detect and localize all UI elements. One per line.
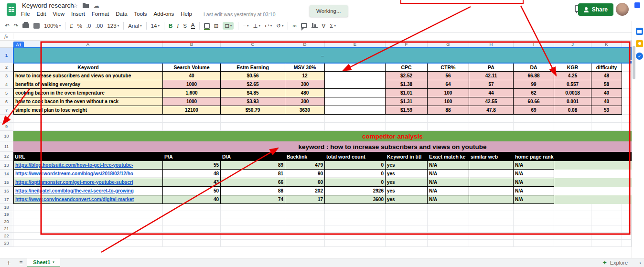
- cell[interactable]: [386, 218, 428, 225]
- cell[interactable]: [622, 218, 632, 225]
- cell[interactable]: [285, 204, 325, 211]
- cell[interactable]: [469, 218, 514, 225]
- cell[interactable]: 89: [221, 161, 285, 170]
- functions-icon[interactable]: Σ▾: [330, 23, 336, 29]
- cell[interactable]: [325, 240, 386, 246]
- menu-edit[interactable]: Edit: [37, 11, 46, 17]
- cell[interactable]: [285, 211, 325, 218]
- cell[interactable]: [591, 233, 622, 239]
- cell[interactable]: 57: [469, 80, 514, 89]
- font-size-select[interactable]: 14▾: [151, 23, 160, 29]
- cell[interactable]: [622, 106, 632, 115]
- menu-addons[interactable]: Add-ons: [153, 11, 174, 17]
- row-header-20[interactable]: 20: [0, 218, 13, 225]
- column-header-A[interactable]: A: [13, 41, 163, 48]
- cell[interactable]: [163, 233, 221, 239]
- cell[interactable]: [514, 218, 554, 225]
- cell[interactable]: [285, 218, 325, 225]
- cell[interactable]: [386, 240, 428, 246]
- cell[interactable]: [554, 204, 591, 211]
- cell[interactable]: [13, 123, 163, 130]
- header-cell[interactable]: KGR: [554, 63, 591, 72]
- menu-file[interactable]: File: [21, 11, 30, 17]
- link-cell[interactable]: https://optinmonster.com/get-more-youtub…: [13, 178, 163, 187]
- insert-chart-icon[interactable]: [311, 23, 318, 28]
- cell[interactable]: [221, 123, 285, 130]
- cell[interactable]: 0.557: [554, 80, 591, 89]
- cell[interactable]: 100: [428, 97, 469, 106]
- cell[interactable]: [428, 123, 469, 130]
- cell[interactable]: [622, 97, 632, 106]
- column-header-G[interactable]: G: [428, 41, 469, 48]
- cell[interactable]: yes: [386, 170, 428, 178]
- cell[interactable]: 12: [285, 72, 325, 80]
- cell[interactable]: 88: [221, 187, 285, 195]
- cell[interactable]: [221, 211, 285, 218]
- bold-icon[interactable]: B: [169, 23, 172, 29]
- cell[interactable]: [622, 123, 632, 130]
- cell[interactable]: 3600: [325, 195, 386, 204]
- cell[interactable]: [591, 115, 622, 122]
- cell[interactable]: [221, 225, 285, 232]
- cell[interactable]: [325, 97, 386, 106]
- cell[interactable]: [285, 225, 325, 232]
- cell[interactable]: [325, 233, 386, 239]
- cloud-status-icon[interactable]: ☁: [94, 2, 99, 9]
- header-cell[interactable]: CPC: [386, 63, 428, 72]
- row-header-12[interactable]: 12: [0, 152, 13, 161]
- text-rotation-icon[interactable]: ↺▾: [276, 22, 283, 29]
- column-header-F[interactable]: F: [386, 41, 428, 48]
- cell[interactable]: [428, 204, 469, 211]
- add-sheet-icon[interactable]: +: [0, 259, 14, 267]
- header-cell[interactable]: total word count: [325, 152, 386, 161]
- header-cell[interactable]: Search Volume: [163, 63, 221, 72]
- cell[interactable]: [622, 204, 632, 211]
- cell[interactable]: N/A: [514, 187, 554, 195]
- cell[interactable]: [285, 115, 325, 122]
- header-cell[interactable]: [325, 63, 386, 72]
- row-header-10[interactable]: 10: [0, 131, 13, 141]
- cell[interactable]: [554, 187, 632, 195]
- cell[interactable]: 42.55: [469, 97, 514, 106]
- row-header-14[interactable]: 14: [0, 170, 13, 178]
- cell[interactable]: [386, 233, 428, 239]
- header-cell[interactable]: difficulty: [591, 63, 622, 72]
- more-formats-icon[interactable]: 123▾: [107, 23, 119, 29]
- cell[interactable]: $0.56: [221, 72, 285, 80]
- side-panel-icon[interactable]: [634, 2, 640, 8]
- share-button[interactable]: Share: [578, 3, 613, 16]
- zoom-select[interactable]: 100%▾: [44, 23, 61, 29]
- cell[interactable]: [469, 195, 514, 204]
- cell[interactable]: [13, 240, 163, 246]
- row-header-8[interactable]: 8: [0, 115, 13, 123]
- cell[interactable]: 64: [428, 80, 469, 89]
- cell[interactable]: [622, 240, 632, 246]
- cell[interactable]: [514, 240, 554, 246]
- cell[interactable]: [325, 106, 386, 115]
- cell[interactable]: [469, 204, 514, 211]
- cell[interactable]: N/A: [514, 170, 554, 178]
- cell[interactable]: [285, 233, 325, 239]
- cell[interactable]: [221, 240, 285, 246]
- cell[interactable]: 55: [163, 161, 221, 170]
- format-percent-icon[interactable]: %: [77, 23, 82, 29]
- cell[interactable]: [13, 211, 163, 218]
- cell[interactable]: [285, 123, 325, 130]
- cell[interactable]: [469, 170, 514, 178]
- star-icon[interactable]: ☆: [73, 2, 78, 9]
- cell[interactable]: [325, 123, 386, 130]
- cell[interactable]: [386, 225, 428, 232]
- cell[interactable]: [325, 218, 386, 225]
- cell[interactable]: [163, 211, 221, 218]
- column-header-K[interactable]: K: [591, 41, 622, 48]
- format-currency-icon[interactable]: £: [70, 23, 73, 29]
- cell[interactable]: [428, 240, 469, 246]
- cell[interactable]: $50.79: [221, 106, 285, 115]
- row-header-17[interactable]: 17: [0, 195, 13, 204]
- cell[interactable]: cooking bacon in the oven temperature: [13, 89, 163, 97]
- row-header-5[interactable]: 5: [0, 89, 13, 97]
- cell[interactable]: 40: [591, 97, 622, 106]
- cell[interactable]: 202: [285, 187, 325, 195]
- cell[interactable]: [469, 240, 514, 246]
- cell[interactable]: [163, 218, 221, 225]
